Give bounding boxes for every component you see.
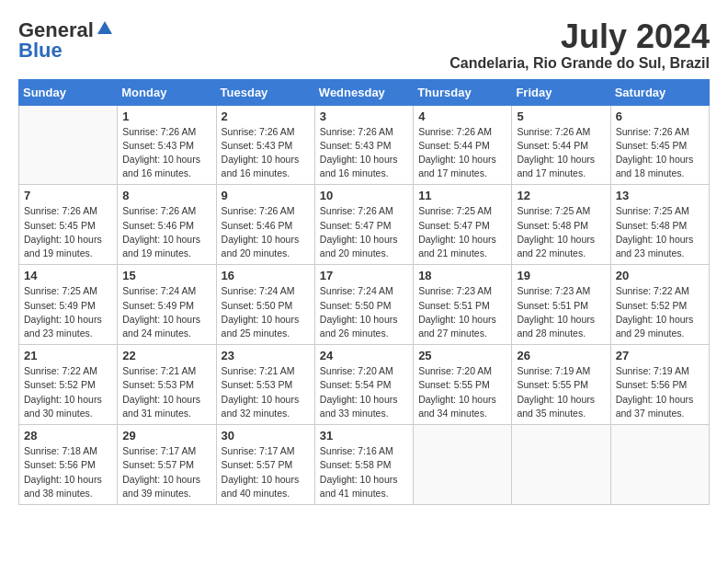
sunset-text: Sunset: 5:50 PM [222,299,310,313]
day-info: Sunrise: 7:26 AMSunset: 5:46 PMDaylight:… [122,204,210,260]
day-number: 19 [517,269,605,282]
sunset-text: Sunset: 5:45 PM [24,219,112,233]
day-info: Sunrise: 7:17 AMSunset: 5:57 PMDaylight:… [122,444,210,500]
daylight-text: Daylight: 10 hours and 20 minutes. [320,233,408,260]
calendar-cell: 27Sunrise: 7:19 AMSunset: 5:56 PMDayligh… [610,345,709,425]
daylight-text: Daylight: 10 hours and 30 minutes. [24,393,112,420]
calendar-week-row: 21Sunrise: 7:22 AMSunset: 5:52 PMDayligh… [19,345,710,425]
calendar-cell: 11Sunrise: 7:25 AMSunset: 5:47 PMDayligh… [414,185,512,265]
logo-blue: Blue [18,39,63,63]
day-number: 28 [24,429,112,442]
calendar-table: SundayMondayTuesdayWednesdayThursdayFrid… [18,79,710,505]
day-number: 8 [122,189,210,202]
calendar-cell: 8Sunrise: 7:26 AMSunset: 5:46 PMDaylight… [118,185,216,265]
daylight-text: Daylight: 10 hours and 31 minutes. [122,393,210,420]
sunrise-text: Sunrise: 7:26 AM [222,125,310,139]
day-number: 16 [222,269,310,282]
day-info: Sunrise: 7:26 AMSunset: 5:47 PMDaylight:… [320,204,408,260]
day-number: 24 [320,349,408,362]
calendar-cell: 5Sunrise: 7:26 AMSunset: 5:44 PMDaylight… [512,105,610,185]
day-info: Sunrise: 7:23 AMSunset: 5:51 PMDaylight:… [517,284,605,340]
sunrise-text: Sunrise: 7:21 AM [122,364,210,378]
day-number: 13 [616,189,704,202]
sunrise-text: Sunrise: 7:20 AM [418,364,506,378]
daylight-text: Daylight: 10 hours and 25 minutes. [222,313,310,340]
logo-icon [96,19,114,38]
daylight-text: Daylight: 10 hours and 29 minutes. [616,313,704,340]
day-number: 27 [616,349,704,362]
sunset-text: Sunset: 5:54 PM [320,378,408,392]
sunset-text: Sunset: 5:47 PM [320,219,408,233]
calendar-cell: 30Sunrise: 7:17 AMSunset: 5:57 PMDayligh… [216,425,314,505]
sunset-text: Sunset: 5:47 PM [418,219,506,233]
sunset-text: Sunset: 5:51 PM [418,299,506,313]
sunrise-text: Sunrise: 7:26 AM [24,204,112,218]
daylight-text: Daylight: 10 hours and 17 minutes. [517,153,605,180]
sunrise-text: Sunrise: 7:23 AM [517,284,605,298]
day-info: Sunrise: 7:26 AMSunset: 5:44 PMDaylight:… [418,125,506,181]
calendar-cell: 22Sunrise: 7:21 AMSunset: 5:53 PMDayligh… [118,345,216,425]
daylight-text: Daylight: 10 hours and 26 minutes. [320,313,408,340]
day-number: 5 [517,109,605,123]
sunset-text: Sunset: 5:52 PM [616,299,704,313]
sunrise-text: Sunrise: 7:24 AM [122,284,210,298]
day-info: Sunrise: 7:24 AMSunset: 5:50 PMDaylight:… [320,284,408,340]
calendar-cell: 21Sunrise: 7:22 AMSunset: 5:52 PMDayligh… [19,345,118,425]
month-title: July 2024 [449,18,710,55]
day-info: Sunrise: 7:19 AMSunset: 5:55 PMDaylight:… [517,364,605,420]
sunrise-text: Sunrise: 7:25 AM [616,204,704,218]
day-number: 22 [122,349,210,362]
calendar-cell: 1Sunrise: 7:26 AMSunset: 5:43 PMDaylight… [118,105,216,185]
day-info: Sunrise: 7:19 AMSunset: 5:56 PMDaylight:… [616,364,704,420]
day-info: Sunrise: 7:16 AMSunset: 5:58 PMDaylight:… [320,444,408,500]
sunrise-text: Sunrise: 7:26 AM [222,204,310,218]
calendar-cell: 23Sunrise: 7:21 AMSunset: 5:53 PMDayligh… [216,345,314,425]
day-number: 20 [616,269,704,282]
sunrise-text: Sunrise: 7:16 AM [320,444,408,458]
sunset-text: Sunset: 5:46 PM [222,219,310,233]
daylight-text: Daylight: 10 hours and 35 minutes. [517,393,605,420]
calendar-cell: 6Sunrise: 7:26 AMSunset: 5:45 PMDaylight… [610,105,709,185]
daylight-text: Daylight: 10 hours and 38 minutes. [24,473,112,500]
day-number: 14 [24,269,112,282]
daylight-text: Daylight: 10 hours and 16 minutes. [320,153,408,180]
day-number: 15 [122,269,210,282]
calendar-cell [19,105,118,185]
sunset-text: Sunset: 5:43 PM [222,139,310,153]
weekday-header: Sunday [19,79,118,105]
calendar-cell: 19Sunrise: 7:23 AMSunset: 5:51 PMDayligh… [512,265,610,345]
sunset-text: Sunset: 5:52 PM [24,378,112,392]
day-number: 12 [517,189,605,202]
day-number: 2 [222,109,310,123]
day-info: Sunrise: 7:26 AMSunset: 5:45 PMDaylight:… [616,125,704,181]
sunset-text: Sunset: 5:44 PM [418,139,506,153]
sunset-text: Sunset: 5:44 PM [517,139,605,153]
calendar-cell: 24Sunrise: 7:20 AMSunset: 5:54 PMDayligh… [314,345,413,425]
sunset-text: Sunset: 5:57 PM [122,458,210,472]
day-info: Sunrise: 7:18 AMSunset: 5:56 PMDaylight:… [24,444,112,500]
calendar-cell: 25Sunrise: 7:20 AMSunset: 5:55 PMDayligh… [414,345,512,425]
sunrise-text: Sunrise: 7:26 AM [122,204,210,218]
day-number: 9 [222,189,310,202]
calendar-cell: 2Sunrise: 7:26 AMSunset: 5:43 PMDaylight… [216,105,314,185]
calendar-cell: 18Sunrise: 7:23 AMSunset: 5:51 PMDayligh… [414,265,512,345]
daylight-text: Daylight: 10 hours and 23 minutes. [24,313,112,340]
day-number: 10 [320,189,408,202]
title-block: July 2024 Candelaria, Rio Grande do Sul,… [449,18,710,72]
sunrise-text: Sunrise: 7:24 AM [222,284,310,298]
sunrise-text: Sunrise: 7:18 AM [24,444,112,458]
sunset-text: Sunset: 5:43 PM [122,139,210,153]
calendar-cell: 14Sunrise: 7:25 AMSunset: 5:49 PMDayligh… [19,265,118,345]
svg-marker-0 [97,21,112,34]
daylight-text: Daylight: 10 hours and 17 minutes. [418,153,506,180]
day-number: 7 [24,189,112,202]
sunrise-text: Sunrise: 7:25 AM [517,204,605,218]
sunset-text: Sunset: 5:45 PM [616,139,704,153]
day-number: 18 [418,269,506,282]
day-info: Sunrise: 7:26 AMSunset: 5:43 PMDaylight:… [122,125,210,181]
daylight-text: Daylight: 10 hours and 32 minutes. [222,393,310,420]
daylight-text: Daylight: 10 hours and 39 minutes. [122,473,210,500]
sunset-text: Sunset: 5:49 PM [122,299,210,313]
day-info: Sunrise: 7:22 AMSunset: 5:52 PMDaylight:… [616,284,704,340]
sunset-text: Sunset: 5:58 PM [320,458,408,472]
